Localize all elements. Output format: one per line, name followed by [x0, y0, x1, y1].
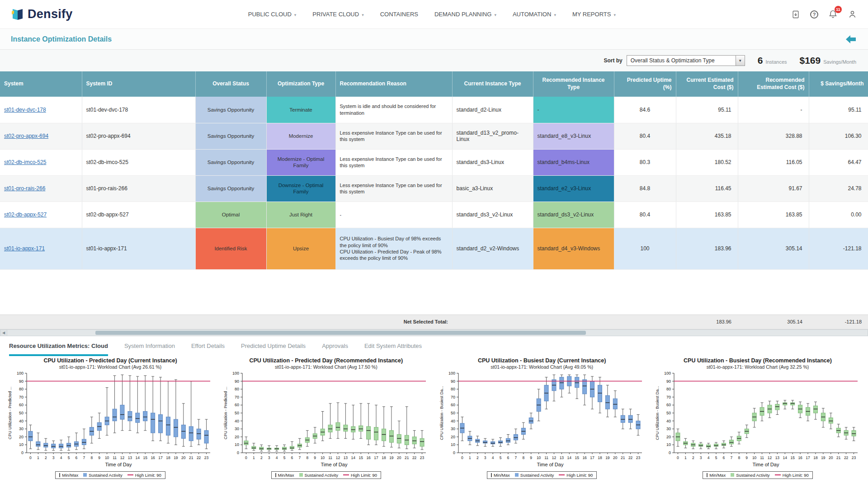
nav-item-demand-planning[interactable]: DEMAND PLANNING▾	[434, 11, 496, 18]
svg-text:30: 30	[451, 427, 455, 431]
tab-edit-system-attributes[interactable]: Edit System Attributes	[364, 343, 422, 356]
system-link[interactable]: st01-pro-rais-266	[4, 185, 45, 192]
svg-text:10: 10	[321, 455, 325, 460]
svg-text:3: 3	[700, 455, 702, 460]
notification-badge: 11	[835, 6, 842, 13]
svg-text:18: 18	[598, 455, 602, 460]
notifications-bell-icon[interactable]: 11	[828, 9, 838, 19]
svg-text:100: 100	[17, 371, 24, 375]
nav-item-my-reports[interactable]: MY REPORTS▾	[572, 11, 616, 18]
export-report-icon[interactable]	[791, 10, 800, 19]
nav-item-public-cloud[interactable]: PUBLIC CLOUD▾	[248, 11, 297, 18]
nav-item-containers[interactable]: CONTAINERS	[380, 11, 418, 18]
system-link[interactable]: st01-dev-dvc-178	[4, 107, 46, 113]
svg-text:50: 50	[19, 411, 24, 415]
tab-predicted-uptime-details[interactable]: Predicted Uptime Details	[241, 343, 306, 356]
svg-text:4: 4	[276, 455, 278, 460]
densify-logo[interactable]: Densify	[11, 7, 73, 21]
recommendation-reason-cell: -	[335, 202, 452, 228]
svg-text:90: 90	[451, 379, 455, 383]
chart-card-3: CPU Utilization - Busiest Day (Recommend…	[650, 356, 865, 479]
nav-item-automation[interactable]: AUTOMATION▾	[513, 11, 556, 18]
scroll-left-icon[interactable]: ◀	[0, 330, 7, 336]
svg-text:2: 2	[692, 455, 694, 460]
tab-resource-utilization-metrics-cloud[interactable]: Resource Utilization Metrics: Cloud	[9, 343, 108, 356]
horizontal-scrollbar[interactable]: ◀	[0, 329, 868, 336]
svg-text:9: 9	[314, 455, 316, 460]
svg-text:15: 15	[143, 455, 147, 460]
svg-text:11: 11	[760, 455, 764, 460]
box-hour-13	[128, 375, 132, 430]
tab-approvals[interactable]: Approvals	[322, 343, 348, 356]
box-hour-21	[189, 381, 193, 446]
box-hour-20	[397, 421, 401, 448]
svg-text:11: 11	[113, 455, 117, 460]
net-savings: -121.18	[809, 314, 868, 329]
overall-status-cell: Savings Opportunity	[195, 175, 266, 202]
legend-label: Min/Max	[62, 473, 78, 478]
svg-text:80: 80	[19, 387, 24, 391]
y-axis-label: CPU Utilization - Busiest Da...	[655, 386, 660, 440]
user-icon[interactable]	[848, 9, 857, 19]
tab-effort-details[interactable]: Effort Details	[191, 343, 225, 356]
svg-text:22: 22	[628, 455, 633, 460]
box-hour-0	[28, 425, 33, 449]
box-hour-5	[283, 445, 287, 451]
help-icon[interactable]: ?	[810, 10, 818, 19]
table-row-st02-db-imco-525[interactable]: st02-db-imco-525st02-db-imco-525Savings …	[0, 149, 868, 175]
system-id-cell: st02-pro-appx-694	[82, 123, 195, 149]
predicted-uptime-cell: 100	[614, 228, 676, 269]
svg-text:20: 20	[451, 434, 455, 439]
box-hour-6	[290, 441, 294, 450]
svg-text:9: 9	[745, 455, 748, 460]
chevron-down-icon[interactable]: ▼	[736, 56, 745, 66]
back-button[interactable]	[844, 34, 857, 45]
current-instance-cell: standard_d13_v2_promo-Linux	[452, 123, 533, 149]
table-row-st01-pro-rais-266[interactable]: st01-pro-rais-266st01-pro-rais-266Saving…	[0, 175, 868, 202]
box-hour-7	[514, 429, 518, 443]
box-hour-3	[699, 442, 703, 449]
svg-text:60: 60	[19, 403, 24, 407]
box-hour-8	[306, 430, 310, 446]
sort-select[interactable]: Overall Status & Optimization Type ▼	[627, 55, 745, 66]
box-hour-21	[405, 406, 409, 448]
box-hour-2	[475, 436, 479, 446]
box-hour-9	[745, 425, 749, 437]
legend-item: Min/Max	[59, 473, 78, 478]
system-link[interactable]: st01-io-appx-171	[4, 245, 45, 252]
table-row-st02-db-appx-527[interactable]: st02-db-appx-527st02-db-appx-527OptimalJ…	[0, 202, 868, 228]
chart-title: CPU Utilization - Predicted Day (Current…	[43, 357, 177, 364]
savings-cell: 64.47	[809, 149, 868, 175]
box-hour-5	[714, 442, 718, 449]
table-row-st02-pro-appx-694[interactable]: st02-pro-appx-694st02-pro-appx-694Saving…	[0, 123, 868, 149]
sort-select-value: Overall Status & Optimization Type	[627, 57, 736, 64]
system-link[interactable]: st02-db-imco-525	[4, 159, 46, 165]
box-hour-11	[113, 375, 117, 433]
scrollbar-thumb[interactable]	[95, 331, 586, 335]
svg-text:7: 7	[83, 455, 85, 460]
savings-cell: 95.11	[809, 97, 868, 123]
table-row-st01-dev-dvc-178[interactable]: st01-dev-dvc-178st01-dev-dvc-178Savings …	[0, 97, 868, 123]
svg-text:15: 15	[575, 455, 579, 460]
nav-item-private-cloud[interactable]: PRIVATE CLOUD▾	[312, 11, 363, 18]
toolbar: Sort by Overall Status & Optimization Ty…	[0, 50, 868, 71]
system-link[interactable]: st02-pro-appx-694	[4, 133, 48, 139]
box-hour-19	[605, 385, 609, 417]
svg-text:70: 70	[19, 394, 24, 399]
svg-text:18: 18	[166, 455, 170, 460]
box-hour-18	[598, 377, 602, 413]
tab-system-information[interactable]: System Information	[124, 343, 175, 356]
system-link[interactable]: st02-db-appx-527	[4, 211, 47, 218]
chart-title: CPU Utilization - Busiest Day (Recommend…	[684, 357, 832, 364]
svg-text:90: 90	[235, 379, 239, 383]
box-hour-22	[844, 427, 848, 439]
box-hour-10	[105, 387, 109, 435]
svg-text:60: 60	[451, 403, 455, 407]
current-cost-cell: 180.52	[676, 149, 738, 175]
svg-text:16: 16	[798, 455, 802, 460]
svg-text:50: 50	[451, 411, 455, 415]
svg-text:21: 21	[836, 455, 841, 460]
table-row-st01-io-appx-171[interactable]: st01-io-appx-171st01-io-appx-171Identifi…	[0, 228, 868, 269]
boxplot-svg: 0102030405060708090100012345678910111213…	[6, 370, 215, 471]
svg-text:19: 19	[605, 455, 610, 460]
